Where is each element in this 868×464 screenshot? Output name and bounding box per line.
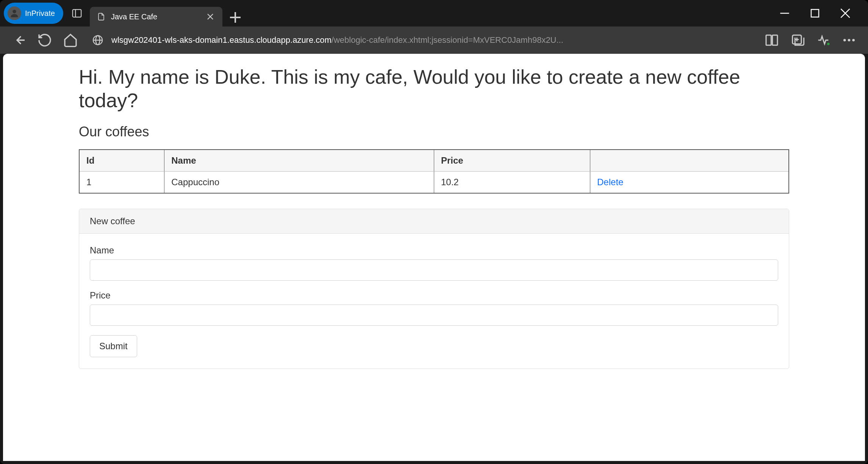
url-text: wlsgw202401-wls-aks-domain1.eastus.cloud… (111, 35, 751, 45)
page-subheading: Our coffees (79, 124, 789, 140)
inprivate-badge[interactable]: InPrivate (4, 3, 63, 24)
site-info-icon[interactable] (92, 34, 104, 46)
svg-rect-15 (766, 35, 771, 45)
toolbar: wlsgw202401-wls-aks-domain1.eastus.cloud… (0, 27, 868, 54)
cell-id: 1 (79, 171, 164, 193)
table-header-row: Id Name Price (79, 150, 789, 172)
new-tab-button[interactable] (226, 8, 244, 27)
tabs: Java EE Cafe (90, 0, 244, 27)
form-group-price: Price (90, 290, 778, 326)
close-window-button[interactable] (838, 6, 853, 21)
refresh-button[interactable] (37, 33, 52, 48)
svg-rect-16 (773, 35, 777, 45)
header-id: Id (79, 150, 164, 172)
panel-title: New coffee (79, 209, 789, 234)
name-input[interactable] (90, 259, 778, 281)
home-button[interactable] (63, 33, 78, 48)
new-coffee-panel: New coffee Name Price Submit (79, 209, 789, 369)
svg-point-21 (843, 39, 846, 42)
page-heading: Hi. My name is Duke. This is my cafe, Wo… (79, 65, 789, 112)
price-label: Price (90, 290, 778, 301)
svg-rect-8 (811, 9, 819, 17)
cell-name: Cappuccino (164, 171, 434, 193)
performance-icon[interactable] (816, 33, 831, 48)
minimize-button[interactable] (777, 6, 792, 21)
tab-title: Java EE Cafe (111, 12, 200, 21)
menu-button[interactable] (841, 33, 857, 48)
browser-window: InPrivate Java EE Cafe (0, 0, 868, 464)
panel-body: Name Price Submit (79, 234, 789, 369)
content-area: Hi. My name is Duke. This is my cafe, Wo… (3, 54, 865, 461)
back-button[interactable] (11, 33, 27, 48)
window-controls (777, 6, 864, 21)
collections-icon[interactable] (790, 33, 805, 48)
close-tab-button[interactable] (205, 11, 216, 22)
header-name: Name (164, 150, 434, 172)
name-label: Name (90, 245, 778, 256)
svg-point-0 (13, 10, 16, 13)
submit-button[interactable]: Submit (90, 335, 137, 357)
form-group-name: Name (90, 245, 778, 281)
delete-link[interactable]: Delete (597, 177, 623, 187)
coffee-table: Id Name Price 1 Cappuccino 10.2 Delete (79, 149, 789, 194)
maximize-button[interactable] (807, 6, 823, 21)
toolbar-right (764, 33, 857, 48)
header-actions (590, 150, 789, 172)
price-input[interactable] (90, 305, 778, 326)
avatar-icon (8, 6, 21, 20)
cell-price: 10.2 (434, 171, 590, 193)
url-path: /weblogic-cafe/index.xhtml;jsessionid=Mx… (332, 35, 563, 45)
table-row: 1 Cappuccino 10.2 Delete (79, 171, 789, 193)
svg-point-20 (827, 43, 830, 45)
split-screen-icon[interactable] (764, 33, 779, 48)
tab-active[interactable]: Java EE Cafe (90, 7, 222, 27)
url-host: wlsgw202401-wls-aks-domain1.eastus.cloud… (111, 35, 332, 45)
tab-actions-icon[interactable] (70, 6, 84, 20)
svg-point-22 (848, 39, 851, 42)
title-bar: InPrivate Java EE Cafe (0, 0, 868, 27)
inprivate-label: InPrivate (25, 9, 55, 18)
svg-point-23 (852, 39, 855, 42)
page-icon (97, 12, 106, 21)
header-price: Price (434, 150, 590, 172)
cell-actions: Delete (590, 171, 789, 193)
address-bar[interactable]: wlsgw202401-wls-aks-domain1.eastus.cloud… (89, 31, 754, 49)
svg-rect-1 (73, 9, 81, 17)
